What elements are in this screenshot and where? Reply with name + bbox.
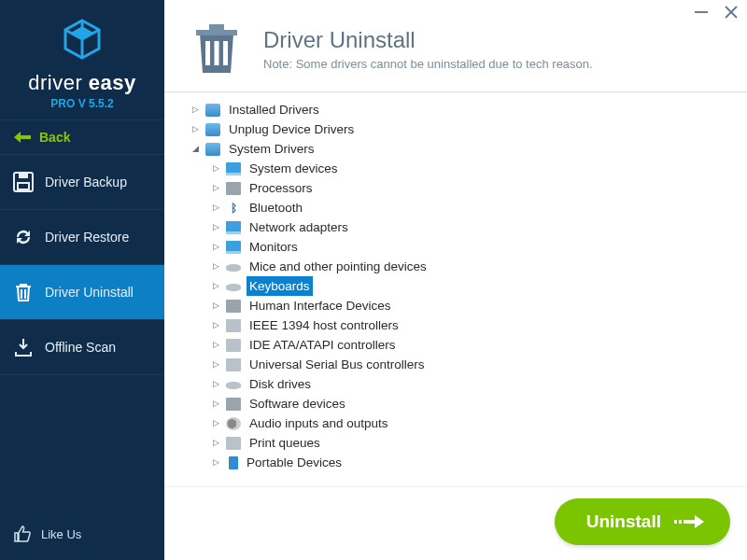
tree-item-unplug-drivers[interactable]: ▷Unplug Device Drivers xyxy=(164,119,747,139)
minimize-button[interactable] xyxy=(693,4,710,21)
logo-area: driver easy PRO V 5.5.2 xyxy=(0,0,164,119)
tree-item-hid[interactable]: ▷Human Interface Devices xyxy=(164,296,747,315)
version-label: PRO V 5.5.2 xyxy=(0,97,164,110)
expand-icon[interactable]: ▷ xyxy=(211,355,220,374)
download-icon xyxy=(13,337,34,357)
svg-rect-7 xyxy=(215,41,219,65)
nav-driver-backup[interactable]: Driver Backup xyxy=(0,155,164,210)
tree-item-software[interactable]: ▷Software devices xyxy=(164,394,747,413)
ide-icon xyxy=(226,339,241,352)
like-us-label: Like Us xyxy=(41,527,81,541)
arrow-right-icon xyxy=(674,512,706,531)
nav: Driver Backup Driver Restore Driver Unin… xyxy=(0,155,164,375)
tree-item-monitors[interactable]: ▷Monitors xyxy=(164,237,747,257)
portable-icon xyxy=(229,456,238,469)
sidebar: driver easy PRO V 5.5.2 Back Driver Back… xyxy=(0,0,164,560)
monitor-icon xyxy=(226,241,241,254)
folder-icon xyxy=(205,123,220,136)
expand-icon[interactable]: ▷ xyxy=(211,394,220,413)
collapse-icon[interactable]: ◢ xyxy=(190,139,200,159)
window-controls xyxy=(693,4,740,21)
svg-rect-6 xyxy=(205,41,210,65)
nav-offline-scan[interactable]: Offline Scan xyxy=(0,320,164,375)
back-button[interactable]: Back xyxy=(0,120,164,155)
tree-item-print[interactable]: ▷Print queues xyxy=(164,433,747,453)
main-panel: Driver Uninstall Note: Some drivers cann… xyxy=(164,0,747,560)
thumbs-up-icon xyxy=(13,525,32,543)
page-subtitle: Note: Some drivers cannot be uninstalled… xyxy=(263,57,593,71)
software-icon xyxy=(226,398,241,411)
expand-icon[interactable]: ▷ xyxy=(211,257,220,276)
nav-driver-restore[interactable]: Driver Restore xyxy=(0,210,164,265)
expand-icon[interactable]: ▷ xyxy=(211,433,220,453)
expand-icon[interactable]: ▷ xyxy=(190,100,200,119)
tree-item-installed-drivers[interactable]: ▷Installed Drivers xyxy=(164,100,747,119)
tree-item-portable[interactable]: ▷Portable Devices xyxy=(164,453,747,472)
tree-item-network[interactable]: ▷Network adapters xyxy=(164,217,747,237)
page-title: Driver Uninstall xyxy=(263,27,593,53)
tree-item-system-drivers[interactable]: ◢System Drivers xyxy=(164,139,747,159)
audio-icon xyxy=(226,417,241,430)
expand-icon[interactable]: ▷ xyxy=(211,178,220,198)
tree-item-system-devices[interactable]: ▷System devices xyxy=(164,159,747,178)
tree-item-ieee1394[interactable]: ▷IEEE 1394 host controllers xyxy=(164,315,747,335)
tree-item-audio[interactable]: ▷Audio inputs and outputs xyxy=(164,413,747,433)
tree-item-ide[interactable]: ▷IDE ATA/ATAPI controllers xyxy=(164,335,747,355)
folder-icon xyxy=(205,104,220,117)
floppy-icon xyxy=(13,172,34,192)
trash-illustration-icon xyxy=(187,19,247,78)
device-icon xyxy=(226,162,241,175)
tree-item-keyboards[interactable]: ▷Keyboards xyxy=(164,276,747,296)
tree-item-diskdrives[interactable]: ▷Disk drives xyxy=(164,374,747,394)
expand-icon[interactable]: ▷ xyxy=(211,198,220,217)
disk-icon xyxy=(226,382,241,389)
ieee1394-icon xyxy=(226,319,241,332)
expand-icon[interactable]: ▷ xyxy=(211,453,220,472)
expand-icon[interactable]: ▷ xyxy=(211,374,220,394)
uninstall-button[interactable]: Uninstall xyxy=(555,498,730,545)
svg-rect-9 xyxy=(674,520,677,524)
mouse-icon xyxy=(226,264,241,272)
arrow-left-icon xyxy=(13,131,32,144)
nav-label: Driver Restore xyxy=(45,230,129,245)
processor-icon xyxy=(226,182,241,195)
back-label: Back xyxy=(39,130,70,145)
nav-label: Driver Uninstall xyxy=(45,285,134,300)
like-us-button[interactable]: Like Us xyxy=(0,508,164,560)
expand-icon[interactable]: ▷ xyxy=(211,159,220,178)
keyboard-icon xyxy=(226,284,241,291)
svg-rect-2 xyxy=(19,174,28,178)
expand-icon[interactable]: ▷ xyxy=(211,315,220,335)
close-button[interactable] xyxy=(723,4,740,21)
page-header: Driver Uninstall Note: Some drivers cann… xyxy=(164,0,747,92)
nav-label: Driver Backup xyxy=(45,175,127,189)
hid-icon xyxy=(226,300,241,313)
refresh-icon xyxy=(13,227,34,247)
network-icon xyxy=(226,221,241,234)
tree-item-mice[interactable]: ▷Mice and other pointing devices xyxy=(164,257,747,276)
expand-icon[interactable]: ▷ xyxy=(211,237,220,257)
svg-rect-8 xyxy=(223,41,228,65)
app-logo-icon xyxy=(60,17,105,62)
tree-item-usb[interactable]: ▷Universal Serial Bus controllers xyxy=(164,355,747,374)
nav-label: Offline Scan xyxy=(45,340,116,355)
usb-icon xyxy=(226,358,241,371)
expand-icon[interactable]: ▷ xyxy=(211,335,220,355)
tree-item-bluetooth[interactable]: ▷ᛒBluetooth xyxy=(164,198,747,217)
expand-icon[interactable]: ▷ xyxy=(190,119,200,139)
printer-icon xyxy=(226,437,241,450)
expand-icon[interactable]: ▷ xyxy=(211,276,220,296)
folder-icon xyxy=(205,143,220,156)
nav-driver-uninstall[interactable]: Driver Uninstall xyxy=(0,265,164,320)
expand-icon[interactable]: ▷ xyxy=(211,217,220,237)
trash-icon xyxy=(13,282,34,302)
tree-item-processors[interactable]: ▷Processors xyxy=(164,178,747,198)
driver-tree[interactable]: ▷Installed Drivers ▷Unplug Device Driver… xyxy=(164,92,747,486)
expand-icon[interactable]: ▷ xyxy=(211,296,220,315)
expand-icon[interactable]: ▷ xyxy=(211,413,220,433)
svg-rect-1 xyxy=(18,183,29,189)
footer: Uninstall xyxy=(164,486,747,560)
bluetooth-icon: ᛒ xyxy=(226,202,241,215)
uninstall-button-label: Uninstall xyxy=(586,511,661,532)
svg-rect-10 xyxy=(679,520,682,524)
